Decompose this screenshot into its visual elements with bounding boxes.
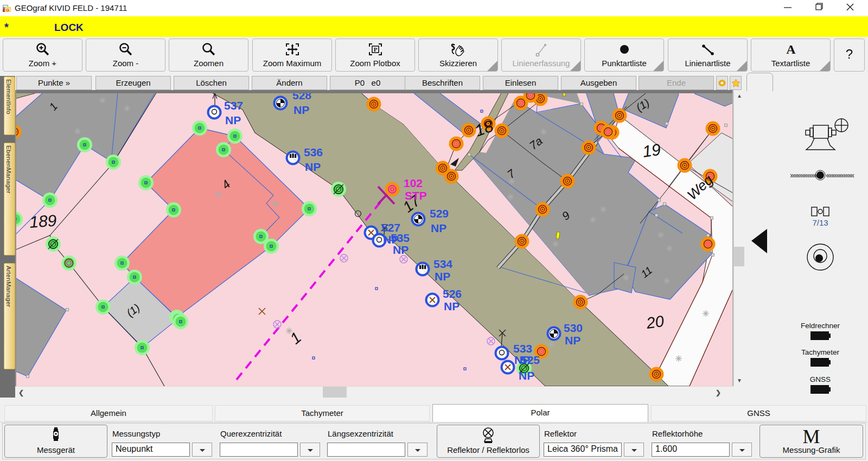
svg-text:19: 19 xyxy=(641,140,662,161)
svg-text:525: 525 xyxy=(521,354,540,366)
svg-text:NP: NP xyxy=(519,369,534,382)
svg-text:526: 526 xyxy=(443,287,462,300)
svg-text:537: 537 xyxy=(224,99,243,112)
svg-text:NP: NP xyxy=(393,244,409,256)
svg-text:STP: STP xyxy=(405,189,427,202)
svg-text:NP: NP xyxy=(565,334,580,347)
svg-text:NP: NP xyxy=(225,114,241,126)
svg-text:102: 102 xyxy=(404,177,423,189)
svg-text:NP: NP xyxy=(431,222,446,234)
svg-text:Tachymeter: Tachymeter xyxy=(801,348,839,356)
svg-text:NP: NP xyxy=(444,300,459,312)
svg-text:533: 533 xyxy=(513,342,532,355)
svg-text:536: 536 xyxy=(304,146,323,158)
svg-text:NP: NP xyxy=(435,270,450,283)
svg-text:20: 20 xyxy=(644,312,665,332)
svg-text:189: 189 xyxy=(29,212,58,231)
svg-text:««««««««: «««««««« xyxy=(826,171,854,180)
svg-text:A: A xyxy=(786,42,796,56)
svg-text:P: P xyxy=(373,46,377,53)
svg-text:NP: NP xyxy=(305,161,321,173)
svg-text:Feldrechner: Feldrechner xyxy=(801,322,840,330)
svg-text:G: G xyxy=(6,8,9,12)
svg-text:»»»»»»»»: »»»»»»»» xyxy=(790,171,819,180)
svg-text:535: 535 xyxy=(391,232,410,244)
svg-text:7/13: 7/13 xyxy=(812,218,828,227)
svg-text:NP: NP xyxy=(293,104,309,116)
svg-text:GNSS: GNSS xyxy=(810,375,831,383)
svg-text:530: 530 xyxy=(564,322,583,334)
svg-text:529: 529 xyxy=(430,207,449,220)
svg-text:534: 534 xyxy=(433,258,452,270)
